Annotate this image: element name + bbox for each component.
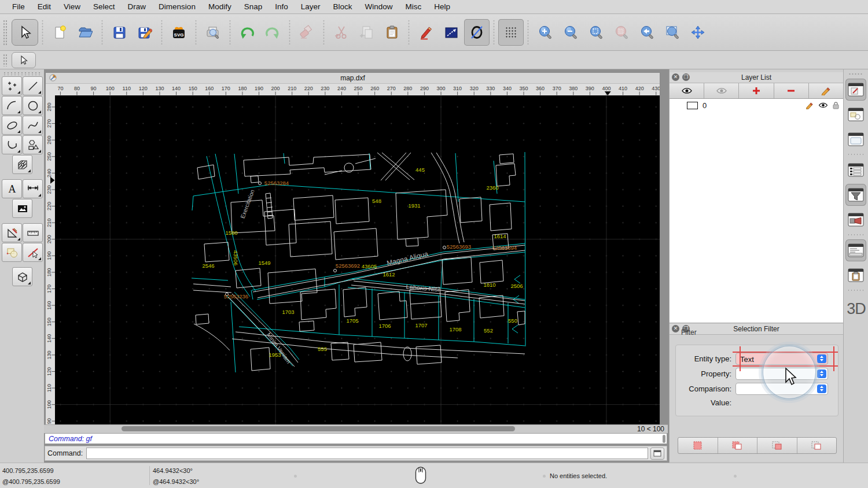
zoom-out-button[interactable]: [558, 19, 583, 46]
menu-modify[interactable]: Modify: [202, 2, 238, 11]
toggle-command-history-button[interactable]: [650, 448, 664, 460]
layer-color-swatch[interactable]: [687, 102, 698, 109]
zoom-selection-button[interactable]: [609, 19, 634, 46]
toolbar-drag-handle[interactable]: [3, 20, 7, 45]
undo-button[interactable]: [234, 19, 260, 46]
preview-panel-button[interactable]: [845, 128, 866, 150]
shapes-tool-button[interactable]: [23, 135, 43, 154]
menu-block[interactable]: Block: [327, 2, 359, 11]
menu-select[interactable]: Select: [87, 2, 122, 11]
hatch-tool-button[interactable]: [12, 155, 32, 174]
horizontal-ruler[interactable]: 7080901001101201301401501601701801902002…: [55, 84, 660, 95]
layer-lock-icon[interactable]: [832, 101, 840, 109]
solid-3d-tool-button[interactable]: [12, 267, 32, 286]
zoom-previous-button[interactable]: [634, 19, 660, 46]
close-panel-icon[interactable]: ✕: [672, 325, 679, 332]
copy-button[interactable]: [354, 19, 379, 46]
dimension-tool-button[interactable]: [23, 179, 43, 198]
selection-panel-button[interactable]: [845, 103, 866, 125]
paste-button[interactable]: [379, 19, 404, 46]
eraser-button[interactable]: [294, 19, 319, 46]
selection-tool-button[interactable]: [12, 19, 38, 46]
measure-tool-button[interactable]: [23, 223, 43, 242]
combo-stepper-icon[interactable]: [817, 354, 826, 363]
arc-tool-button[interactable]: [2, 96, 22, 115]
command-history[interactable]: Command: gf: [45, 433, 667, 444]
save-as-button[interactable]: [132, 19, 157, 46]
add-to-selection-button[interactable]: [718, 438, 758, 453]
menu-view[interactable]: View: [57, 2, 87, 11]
menu-layer[interactable]: Layer: [295, 2, 327, 11]
toolbar-drag-handle[interactable]: [3, 54, 7, 66]
line-scale-button[interactable]: [439, 19, 464, 46]
text-tool-button[interactable]: A: [2, 179, 22, 198]
layer-row-0[interactable]: 0: [670, 99, 843, 112]
detach-panel-icon[interactable]: ❐: [682, 73, 690, 81]
current-tool-button[interactable]: [12, 52, 36, 68]
pan-button[interactable]: [685, 19, 711, 46]
combo-stepper-icon[interactable]: [817, 369, 826, 378]
draft-mode-button[interactable]: [464, 19, 490, 46]
menu-dimension[interactable]: Dimension: [152, 2, 202, 11]
subtract-from-selection-button[interactable]: [757, 438, 797, 453]
menu-draw[interactable]: Draw: [122, 2, 153, 11]
open-file-button[interactable]: [72, 19, 98, 46]
close-panel-icon[interactable]: ✕: [672, 73, 679, 81]
clipboard-panel-button[interactable]: [845, 264, 866, 286]
print-preview-button[interactable]: [200, 19, 226, 46]
menu-misc[interactable]: Misc: [399, 2, 428, 11]
remove-layer-button[interactable]: [774, 83, 809, 98]
layer-visible-icon[interactable]: [818, 102, 828, 109]
zoom-window-button[interactable]: [660, 19, 685, 46]
intersect-selection-button[interactable]: [797, 438, 837, 453]
modify-selection-button[interactable]: [2, 243, 22, 262]
svg-export-button[interactable]: SVG: [166, 19, 192, 46]
ellipse-tool-button[interactable]: [2, 116, 22, 135]
menu-snap[interactable]: Snap: [238, 2, 269, 11]
zoom-auto-button[interactable]: [583, 19, 609, 46]
dock-drag-handle[interactable]: [848, 73, 863, 76]
new-file-button[interactable]: [47, 19, 72, 46]
modify-tools-button[interactable]: [2, 223, 22, 242]
palette-drag-handle[interactable]: [3, 72, 41, 75]
polyline-tool-button[interactable]: [2, 135, 22, 154]
hide-all-layers-button[interactable]: [704, 83, 739, 98]
save-button[interactable]: [106, 19, 132, 46]
add-layer-button[interactable]: [739, 83, 774, 98]
command-input[interactable]: [86, 448, 648, 459]
command-line-panel-button[interactable]: [845, 239, 866, 261]
menu-help[interactable]: Help: [428, 2, 457, 11]
3d-mode-button[interactable]: 3D: [844, 300, 868, 318]
show-all-layers-button[interactable]: [670, 83, 704, 98]
draw-pencil-button[interactable]: [413, 19, 439, 46]
cut-button[interactable]: [328, 19, 354, 46]
circle-tool-button[interactable]: [23, 96, 43, 115]
menu-window[interactable]: Window: [359, 2, 399, 11]
history-scrollbar-thumb[interactable]: [663, 435, 665, 443]
snap-tool-button[interactable]: [23, 243, 43, 262]
zoom-in-button[interactable]: [532, 19, 558, 46]
point-tool-button[interactable]: [2, 76, 22, 95]
edit-layer-button[interactable]: [809, 83, 843, 98]
scrollbar-thumb[interactable]: [122, 426, 515, 431]
block-list-panel-button[interactable]: [845, 159, 866, 181]
document-title-bar[interactable]: map.dxf: [46, 73, 660, 84]
viewport-panel-button[interactable]: [845, 209, 866, 231]
menu-info[interactable]: Info: [269, 2, 295, 11]
grid-toggle-button[interactable]: [498, 19, 524, 46]
image-tool-button[interactable]: [12, 199, 32, 218]
edit-layer-icon[interactable]: [806, 102, 814, 109]
menu-edit[interactable]: Edit: [31, 2, 57, 11]
canvas-h-scrollbar[interactable]: 10 < 100: [44, 424, 668, 433]
property-editor-panel-button[interactable]: [845, 79, 866, 101]
redo-button[interactable]: [260, 19, 285, 46]
selection-filter-panel-button[interactable]: [845, 184, 866, 206]
vertical-ruler[interactable]: 2802702602502402302202102001901801701601…: [46, 95, 55, 425]
line-tool-button[interactable]: [23, 76, 43, 95]
drawing-canvas[interactable]: 4452360548193116141580254615494360516121…: [55, 95, 660, 425]
combo-stepper-icon[interactable]: [817, 385, 826, 393]
spline-tool-button[interactable]: [23, 116, 43, 135]
zoom-selection-icon: [614, 25, 629, 40]
menu-file[interactable]: File: [6, 2, 31, 11]
replace-selection-button[interactable]: [678, 438, 718, 453]
